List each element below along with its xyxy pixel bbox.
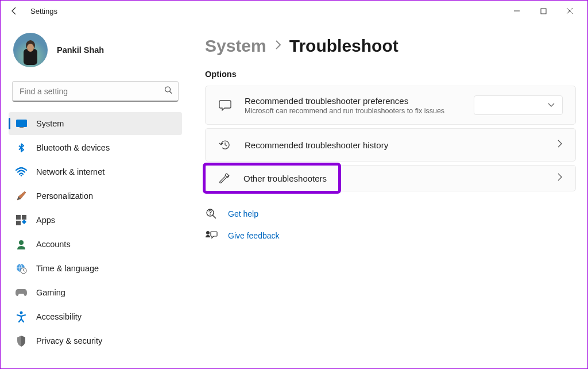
sidebar: Pankil Shah System — [6, 25, 184, 363]
sidebar-item-label: System — [36, 119, 64, 128]
nav-list: System Bluetooth & devices Network & int… — [9, 112, 182, 352]
titlebar: Settings — [1, 1, 587, 21]
sidebar-item-label: Accounts — [36, 240, 71, 249]
profile[interactable]: Pankil Shah — [9, 30, 182, 76]
help-icon — [205, 207, 218, 220]
back-button[interactable] — [5, 2, 24, 20]
section-label: Options — [205, 70, 576, 79]
sidebar-item-network[interactable]: Network & internet — [9, 160, 182, 183]
wrench-icon — [217, 171, 231, 185]
gamepad-icon — [16, 287, 27, 298]
sidebar-item-apps[interactable]: Apps — [9, 209, 182, 232]
breadcrumb: System Troubleshoot — [205, 36, 576, 56]
brush-icon — [16, 190, 27, 202]
search-wrap — [12, 81, 179, 102]
globe-clock-icon — [16, 263, 27, 274]
svg-point-19 — [210, 214, 210, 215]
sidebar-item-system[interactable]: System — [9, 112, 182, 135]
svg-point-6 — [165, 87, 171, 92]
chevron-right-icon — [557, 139, 563, 151]
card-title: Other troubleshooters — [243, 174, 327, 183]
help-links: Get help Give feedback — [205, 207, 576, 242]
sidebar-item-label: Network & internet — [36, 167, 105, 176]
minimize-button[interactable] — [504, 2, 530, 20]
profile-name: Pankil Shah — [57, 45, 104, 55]
avatar — [13, 33, 48, 67]
sidebar-item-bluetooth[interactable]: Bluetooth & devices — [9, 136, 182, 159]
sidebar-item-accounts[interactable]: Accounts — [9, 233, 182, 256]
breadcrumb-current: Troubleshoot — [289, 36, 399, 56]
chevron-down-icon — [547, 100, 555, 110]
card-title: Recommended troubleshooter history — [245, 140, 544, 150]
card-title: Recommended troubleshooter preferences — [245, 96, 461, 106]
chevron-right-icon — [274, 40, 281, 53]
sidebar-item-label: Apps — [36, 216, 55, 225]
sidebar-item-label: Bluetooth & devices — [36, 143, 110, 152]
sidebar-item-label: Gaming — [36, 288, 65, 297]
feedback-icon — [205, 229, 218, 242]
card-other-troubleshooters[interactable]: Other troubleshooters — [205, 165, 576, 191]
close-button[interactable] — [556, 2, 583, 20]
sidebar-item-gaming[interactable]: Gaming — [9, 281, 182, 304]
svg-line-7 — [170, 91, 172, 94]
main-content: System Troubleshoot Options Recommended … — [184, 25, 582, 363]
breadcrumb-parent[interactable]: System — [205, 36, 266, 56]
card-troubleshooter-history[interactable]: Recommended troubleshooter history — [205, 128, 576, 162]
link-give-feedback[interactable]: Give feedback — [205, 229, 576, 242]
wifi-icon — [16, 166, 27, 178]
svg-rect-11 — [16, 215, 21, 220]
history-icon — [218, 138, 232, 152]
bluetooth-icon — [16, 142, 27, 153]
svg-rect-1 — [541, 9, 546, 14]
link-get-help[interactable]: Get help — [205, 207, 576, 220]
sidebar-item-label: Accessibility — [36, 312, 82, 321]
svg-rect-8 — [16, 120, 27, 127]
sidebar-item-label: Privacy & security — [36, 336, 102, 345]
person-icon — [16, 239, 27, 250]
search-input[interactable] — [12, 81, 179, 102]
system-icon — [16, 118, 27, 129]
sidebar-item-label: Personalization — [36, 191, 93, 201]
sidebar-item-accessibility[interactable]: Accessibility — [9, 305, 182, 328]
svg-rect-9 — [20, 127, 24, 128]
window-title: Settings — [30, 7, 57, 16]
link-label: Give feedback — [228, 231, 280, 240]
card-desc: Microsoft can recommend and run troubles… — [245, 107, 461, 115]
svg-point-14 — [19, 240, 24, 245]
svg-point-20 — [206, 231, 210, 235]
svg-point-5 — [27, 44, 34, 52]
search-icon — [164, 86, 173, 97]
sidebar-item-privacy[interactable]: Privacy & security — [9, 329, 182, 352]
comment-icon — [218, 98, 232, 112]
preferences-dropdown[interactable] — [474, 95, 563, 115]
sidebar-item-time-language[interactable]: Time & language — [9, 257, 182, 280]
svg-rect-13 — [16, 221, 21, 225]
shield-icon — [16, 335, 27, 347]
svg-point-10 — [21, 175, 22, 176]
sidebar-item-label: Time & language — [36, 264, 99, 273]
accessibility-icon — [16, 311, 27, 322]
maximize-button[interactable] — [530, 2, 556, 20]
card-recommended-preferences[interactable]: Recommended troubleshooter preferences M… — [205, 86, 576, 125]
chevron-right-icon — [557, 172, 575, 184]
svg-point-17 — [20, 312, 23, 314]
sidebar-item-personalization[interactable]: Personalization — [9, 184, 182, 207]
link-label: Get help — [228, 209, 258, 218]
svg-rect-12 — [22, 215, 26, 220]
apps-icon — [16, 214, 27, 226]
